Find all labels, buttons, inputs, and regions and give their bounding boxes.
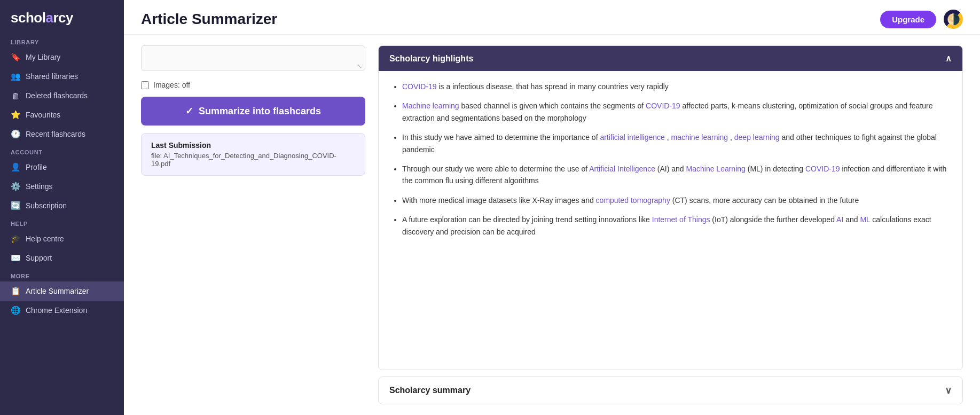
sidebar-item-chrome-extension[interactable]: 🌐 Chrome Extension — [0, 301, 124, 320]
summary-title: Scholarcy summary — [389, 386, 471, 395]
star-icon: ⭐ — [11, 110, 20, 120]
app-logo: scholarcy — [0, 0, 124, 34]
page-title: Article Summarizer — [141, 11, 277, 28]
summary-card: Scholarcy summary ∨ — [378, 377, 963, 404]
images-toggle-label[interactable]: Images: off — [141, 81, 365, 89]
artificial-intelligence-link-1[interactable]: artificial intelligence — [600, 133, 664, 142]
more-section-label: MORE — [0, 268, 124, 281]
right-panel: Scholarcy highlights ∧ COVID-19 is a inf… — [378, 45, 963, 404]
list-item: In this study we have aimed to determine… — [402, 131, 950, 155]
account-section-label: ACCOUNT — [0, 144, 124, 158]
sidebar-item-favourites[interactable]: ⭐ Favourites — [0, 105, 124, 124]
last-submission-box: Last Submission file: AI_Techniques_for_… — [141, 133, 365, 176]
upgrade-button[interactable]: Upgrade — [880, 11, 936, 28]
list-item: COVID-19 is a infectious disease, that h… — [402, 81, 950, 92]
sidebar-item-settings[interactable]: ⚙️ Settings — [0, 177, 124, 196]
header-actions: Upgrade 🌗 — [880, 10, 963, 29]
iot-link-1[interactable]: Internet of Things — [652, 215, 710, 224]
page-header: Article Summarizer Upgrade 🌗 — [124, 0, 980, 35]
help-section-label: HELP — [0, 215, 124, 229]
expand-icon[interactable]: ∨ — [945, 385, 952, 396]
covid19-link-1[interactable]: COVID-19 — [402, 82, 437, 91]
highlights-title: Scholarcy highlights — [389, 54, 473, 64]
checkmark-icon: ✓ — [185, 105, 193, 117]
trash-icon: 🗑 — [11, 91, 20, 100]
ct-link-1[interactable]: computed tomography — [596, 196, 670, 205]
sidebar-item-subscription[interactable]: 🔄 Subscription — [0, 196, 124, 215]
chrome-icon: 🌐 — [11, 306, 20, 315]
highlights-card: Scholarcy highlights ∧ COVID-19 is a inf… — [378, 45, 963, 370]
refresh-icon: 🔄 — [11, 201, 20, 210]
last-submission-file: file: AI_Techniques_for_Detecting_and_Di… — [151, 152, 355, 168]
theme-toggle-button[interactable]: 🌗 — [944, 10, 963, 29]
clock-icon: 🕐 — [11, 129, 20, 139]
person-icon: 👤 — [11, 162, 20, 172]
library-section-label: LIBRARY — [0, 34, 124, 48]
graduation-icon: 🎓 — [11, 234, 20, 244]
ml-link-2[interactable]: ML — [860, 215, 870, 224]
summarize-button[interactable]: ✓ Summarize into flashcards — [141, 97, 365, 126]
sidebar: scholarcy LIBRARY 🔖 My Library 👥 Shared … — [0, 0, 124, 415]
list-item: A future exploration can be directed by … — [402, 214, 950, 238]
sidebar-item-recent-flashcards[interactable]: 🕐 Recent flashcards — [0, 124, 124, 144]
covid19-link-3[interactable]: COVID-19 — [805, 165, 840, 173]
list-item: With more medical image datasets like X-… — [402, 194, 950, 206]
machine-learning-link-2[interactable]: machine learning — [671, 133, 728, 142]
sidebar-item-profile[interactable]: 👤 Profile — [0, 158, 124, 177]
list-item: Through our study we were able to determ… — [402, 163, 950, 187]
highlights-header: Scholarcy highlights ∧ — [379, 46, 962, 71]
bookmark-icon: 🔖 — [11, 52, 20, 62]
url-textarea[interactable] — [141, 45, 365, 71]
ai-link-1[interactable]: Artificial Intelligence — [589, 165, 655, 173]
machine-learning-link-1[interactable]: Machine learning — [402, 101, 459, 110]
sidebar-item-help-centre[interactable]: 🎓 Help centre — [0, 229, 124, 248]
sidebar-item-support[interactable]: ✉️ Support — [0, 248, 124, 268]
sidebar-item-shared-libraries[interactable]: 👥 Shared libraries — [0, 67, 124, 86]
users-icon: 👥 — [11, 72, 20, 81]
url-input-wrapper: ⤡ — [141, 45, 365, 73]
last-submission-title: Last Submission — [151, 141, 355, 150]
envelope-icon: ✉️ — [11, 253, 20, 263]
sidebar-item-article-summarizer[interactable]: 📋 Article Summarizer — [0, 281, 124, 301]
covid19-link-2[interactable]: COVID-19 — [646, 101, 680, 110]
images-checkbox[interactable] — [141, 81, 149, 89]
collapse-icon[interactable]: ∧ — [945, 53, 952, 64]
sidebar-item-deleted-flashcards[interactable]: 🗑 Deleted flashcards — [0, 86, 124, 105]
content-area: ⤡ Images: off ✓ Summarize into flashcard… — [124, 35, 980, 415]
deep-learning-link-1[interactable]: deep learning — [734, 133, 780, 142]
left-panel: ⤡ Images: off ✓ Summarize into flashcard… — [141, 45, 365, 404]
article-icon: 📋 — [11, 286, 20, 296]
highlights-list: COVID-19 is a infectious disease, that h… — [391, 81, 950, 238]
highlights-body: COVID-19 is a infectious disease, that h… — [379, 71, 962, 370]
main-content: Article Summarizer Upgrade 🌗 ⤡ Images: o… — [124, 0, 980, 415]
ml-link-1[interactable]: Machine Learning — [686, 165, 746, 173]
ai-link-2[interactable]: AI — [836, 215, 843, 224]
resize-handle-icon: ⤡ — [357, 62, 362, 70]
sidebar-item-my-library[interactable]: 🔖 My Library — [0, 48, 124, 67]
summary-header[interactable]: Scholarcy summary ∨ — [379, 377, 962, 404]
gear-icon: ⚙️ — [11, 182, 20, 191]
list-item: Machine learning based channel is given … — [402, 100, 950, 124]
